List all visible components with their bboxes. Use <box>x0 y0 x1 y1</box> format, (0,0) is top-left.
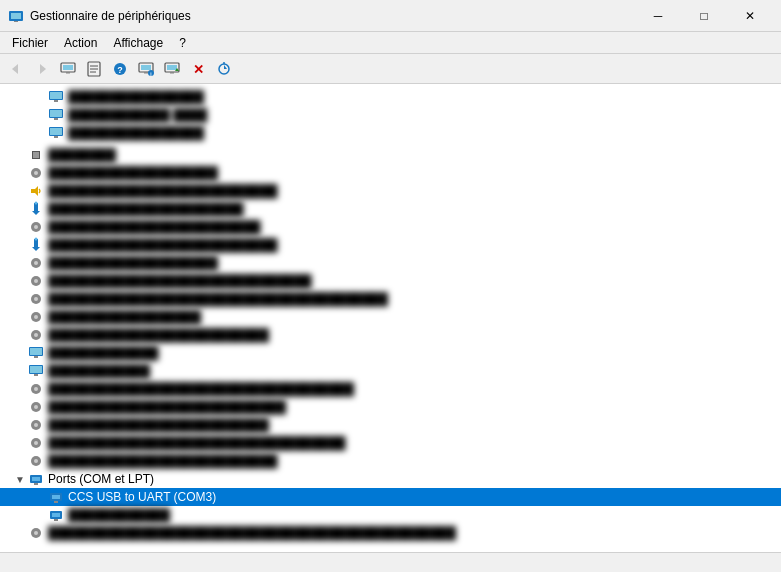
item-label-blurred17: ████████████████████████████████████ <box>48 382 354 396</box>
title-bar-controls: ─ □ ✕ <box>635 0 773 32</box>
tree-item-blurred3[interactable]: ████████████████ <box>0 124 781 142</box>
svg-rect-16 <box>144 72 148 74</box>
tree-item-blurred22[interactable]: ████████████ <box>0 506 781 524</box>
tree-item-blurred15[interactable]: █████████████ <box>0 344 781 362</box>
svg-rect-77 <box>34 483 38 485</box>
usb-icon <box>28 237 44 253</box>
expand-icon-ports-group[interactable]: ▼ <box>12 474 28 485</box>
show-resources-button[interactable] <box>82 57 106 81</box>
tree-item-blurred6[interactable]: ███████████████████████████ <box>0 182 781 200</box>
svg-rect-34 <box>50 128 62 135</box>
tree-item-blurred18[interactable]: ████████████████████████████ <box>0 398 781 416</box>
tree-item-blurred17[interactable]: ████████████████████████████████████ <box>0 380 781 398</box>
item-label-blurred3: ████████████████ <box>68 126 204 140</box>
sound-icon <box>28 183 44 199</box>
tree-item-blurred13[interactable]: ██████████████████ <box>0 308 781 326</box>
device-icon <box>28 255 44 271</box>
status-bar <box>0 552 781 572</box>
svg-rect-6 <box>63 65 73 70</box>
usb-icon <box>28 201 44 217</box>
tree-item-blurred10[interactable]: ████████████████████ <box>0 254 781 272</box>
item-label-blurred16: ████████████ <box>48 364 150 378</box>
back-button[interactable] <box>4 57 28 81</box>
help-button[interactable]: ? <box>108 57 132 81</box>
chip-icon <box>28 147 44 163</box>
toolbar: ? i ✕ <box>0 54 781 84</box>
forward-button[interactable] <box>30 57 54 81</box>
svg-point-68 <box>34 405 38 409</box>
tree-item-ccs-usb[interactable]: CCS USB to UART (COM3) <box>0 488 781 506</box>
svg-rect-76 <box>32 477 40 481</box>
item-label-blurred1: ████████████████ <box>68 90 204 104</box>
svg-point-52 <box>34 279 38 283</box>
menu-affichage[interactable]: Affichage <box>105 34 171 52</box>
app-icon <box>8 8 24 24</box>
item-label-blurred20: ███████████████████████████████████ <box>48 436 346 450</box>
svg-text:?: ? <box>117 65 123 75</box>
svg-rect-2 <box>14 21 18 22</box>
svg-rect-64 <box>34 374 38 376</box>
svg-rect-80 <box>54 501 58 503</box>
tree-item-blurred14[interactable]: ██████████████████████████ <box>0 326 781 344</box>
scan-hardware-button[interactable] <box>212 57 236 81</box>
port-icon <box>48 507 64 523</box>
show-devices-button[interactable] <box>56 57 80 81</box>
tree-item-blurred11[interactable]: ███████████████████████████████ <box>0 272 781 290</box>
tree-item-blurred23[interactable]: ████████████████████████████████████████… <box>0 524 781 542</box>
tree-item-blurred8[interactable]: █████████████████████████ <box>0 218 781 236</box>
item-label-blurred5: ████████████████████ <box>48 166 218 180</box>
tree-item-blurred21[interactable]: ███████████████████████████ <box>0 452 781 470</box>
svg-point-39 <box>34 171 38 175</box>
device-icon <box>28 417 44 433</box>
item-label-blurred7: ███████████████████████ <box>48 202 244 216</box>
main-content: ████████████████ ████████████ ████ █████… <box>0 84 781 552</box>
uninstall-button[interactable]: ✕ <box>186 57 210 81</box>
item-label-ports-group: Ports (COM et LPT) <box>48 472 154 486</box>
tree-item-blurred4[interactable]: ████████ <box>0 146 781 164</box>
device-icon <box>28 327 44 343</box>
tree-item-blurred12[interactable]: ████████████████████████████████████████ <box>0 290 781 308</box>
close-button[interactable]: ✕ <box>727 0 773 32</box>
device-icon <box>28 309 44 325</box>
update-driver-button[interactable] <box>160 57 184 81</box>
device-icon <box>28 399 44 415</box>
tree-item-blurred7[interactable]: ███████████████████████ <box>0 200 781 218</box>
svg-rect-83 <box>54 519 58 521</box>
svg-point-43 <box>35 202 38 205</box>
menu-bar: Fichier Action Affichage ? <box>0 32 781 54</box>
minimize-button[interactable]: ─ <box>635 0 681 32</box>
item-label-blurred18: ████████████████████████████ <box>48 400 286 414</box>
menu-aide[interactable]: ? <box>171 34 194 52</box>
port-icon <box>28 471 44 487</box>
svg-rect-60 <box>30 348 42 355</box>
item-label-blurred13: ██████████████████ <box>48 310 201 324</box>
item-label-blurred11: ███████████████████████████████ <box>48 274 312 288</box>
menu-fichier[interactable]: Fichier <box>4 34 56 52</box>
tree-item-blurred20[interactable]: ███████████████████████████████████ <box>0 434 781 452</box>
tree-item-ports-group[interactable]: ▼ Ports (COM et LPT) <box>0 470 781 488</box>
device-icon <box>28 435 44 451</box>
item-label-blurred9: ███████████████████████████ <box>48 238 278 252</box>
tree-item-blurred9[interactable]: ███████████████████████████ <box>0 236 781 254</box>
svg-rect-1 <box>11 13 21 19</box>
device-icon <box>28 291 44 307</box>
svg-point-48 <box>35 238 38 241</box>
svg-marker-4 <box>40 64 46 74</box>
device-tree[interactable]: ████████████████ ████████████ ████ █████… <box>0 84 781 552</box>
item-label-blurred15: █████████████ <box>48 346 159 360</box>
menu-action[interactable]: Action <box>56 34 105 52</box>
properties-button[interactable]: i <box>134 57 158 81</box>
maximize-button[interactable]: □ <box>681 0 727 32</box>
tree-item-blurred16[interactable]: ████████████ <box>0 362 781 380</box>
title-bar: Gestionnaire de périphériques ─ □ ✕ <box>0 0 781 32</box>
item-label-blurred14: ██████████████████████████ <box>48 328 269 342</box>
svg-point-50 <box>34 261 38 265</box>
tree-item-blurred2[interactable]: ████████████ ████ <box>0 106 781 124</box>
tree-item-blurred5[interactable]: ████████████████████ <box>0 164 781 182</box>
device-icon <box>28 525 44 541</box>
tree-item-blurred1[interactable]: ████████████████ <box>0 88 781 106</box>
tree-item-blurred19[interactable]: ██████████████████████████ <box>0 416 781 434</box>
svg-point-72 <box>34 441 38 445</box>
svg-marker-3 <box>12 64 18 74</box>
svg-point-85 <box>34 531 38 535</box>
